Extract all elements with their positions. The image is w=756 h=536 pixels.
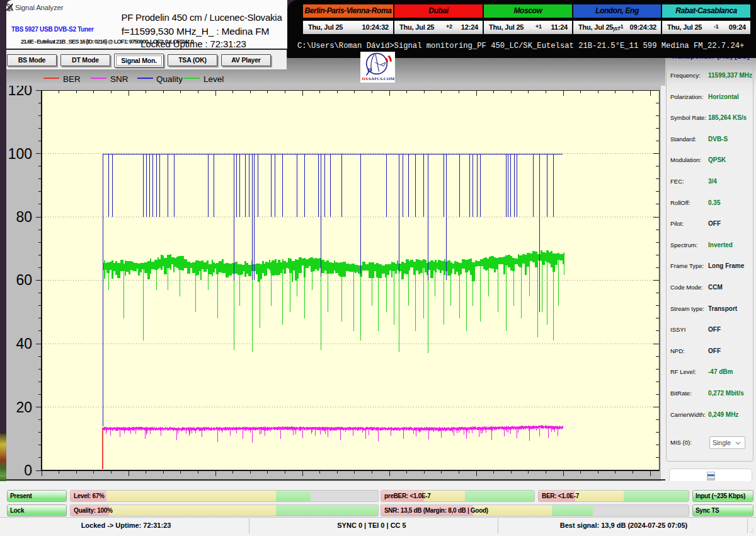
svg-text:0: 0 bbox=[24, 462, 32, 479]
svg-text:100: 100 bbox=[8, 146, 32, 162]
svg-text:20: 20 bbox=[16, 399, 32, 416]
svg-text:120: 120 bbox=[8, 86, 32, 98]
svg-text:60: 60 bbox=[16, 272, 32, 288]
svg-text:80: 80 bbox=[16, 209, 32, 225]
svg-text:DXSATCS.COM: DXSATCS.COM bbox=[362, 76, 395, 81]
svg-text:40: 40 bbox=[16, 335, 32, 352]
